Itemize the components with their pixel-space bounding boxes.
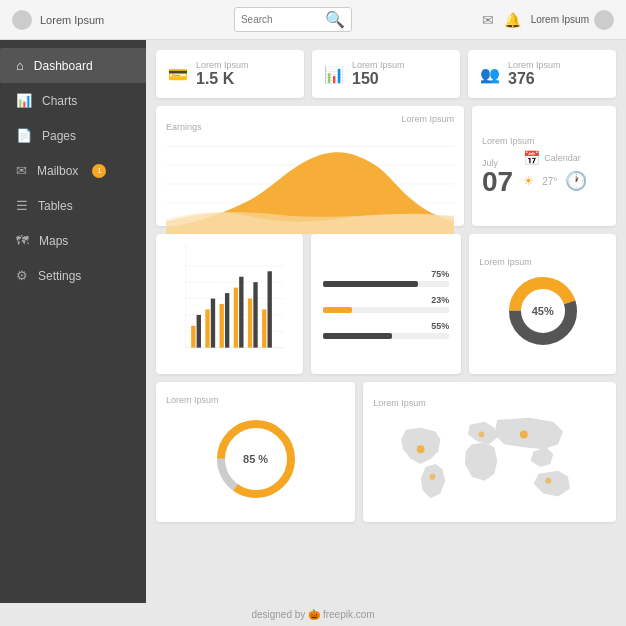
mail-icon[interactable]: ✉ — [482, 12, 494, 28]
calendar-icon: 📅 — [523, 150, 540, 166]
sidebar-item-maps[interactable]: 🗺 Maps — [0, 223, 146, 258]
progress-bar-bg-0 — [323, 281, 450, 287]
user-info: Lorem Ipsum — [531, 10, 614, 30]
sidebar-item-dashboard[interactable]: ⌂ Dashboard — [0, 48, 146, 83]
progress-item-1: 23% — [323, 295, 450, 313]
progress-item-0: 75% — [323, 269, 450, 287]
earnings-title: Earnings — [166, 122, 202, 132]
stat-info-0: Lorem Ipsum 1.5 K — [196, 60, 249, 88]
sidebar-item-charts[interactable]: 📊 Charts — [0, 83, 146, 118]
donut-small-pct: 45% — [532, 305, 554, 317]
progress-pct-0: 75% — [431, 269, 449, 279]
stat-value-0: 1.5 K — [196, 70, 249, 88]
charts-row-3: Lorem Ipsum 85 % Lorem Ipsum — [156, 382, 616, 522]
svg-rect-23 — [268, 271, 272, 347]
logo-avatar — [12, 10, 32, 30]
svg-rect-15 — [211, 299, 215, 348]
main-layout: ⌂ Dashboard 📊 Charts 📄 Pages ✉ Mailbox 1… — [0, 40, 626, 603]
pages-icon: 📄 — [16, 128, 32, 143]
donut-large-pct: 85 % — [243, 453, 268, 465]
mailbox-badge: 1 — [92, 164, 106, 178]
earnings-chart-label: Lorem Ipsum — [401, 114, 454, 124]
map-label: Lorem Ipsum — [373, 398, 426, 408]
stat-card-2: 👥 Lorem Ipsum 376 — [468, 50, 616, 98]
progress-chart-card: 75% 23% — [311, 234, 462, 374]
donut-small-label: Lorem Ipsum — [479, 257, 532, 267]
svg-rect-16 — [220, 304, 224, 348]
svg-point-34 — [546, 478, 552, 484]
date-card-label: Lorem Ipsum — [482, 136, 535, 146]
weather-temp: 27° — [542, 176, 557, 187]
progress-pct-1: 23% — [431, 295, 449, 305]
svg-point-32 — [479, 432, 485, 438]
sidebar-label-pages: Pages — [42, 129, 76, 143]
stat-label-2: Lorem Ipsum — [508, 60, 561, 70]
svg-point-33 — [520, 431, 528, 439]
footer-text: designed by 🎃 freepik.com — [251, 609, 374, 620]
bell-icon[interactable]: 🔔 — [504, 12, 521, 28]
top-bar-right: ✉ 🔔 Lorem Ipsum — [482, 10, 614, 30]
earnings-wave-chart — [166, 134, 454, 234]
svg-rect-14 — [205, 309, 209, 347]
donut-large-card: Lorem Ipsum 85 % — [156, 382, 355, 522]
sidebar-item-pages[interactable]: 📄 Pages — [0, 118, 146, 153]
donut-large-label: Lorem Ipsum — [166, 395, 219, 405]
svg-rect-19 — [239, 277, 243, 348]
svg-rect-20 — [248, 299, 252, 348]
stat-label-1: Lorem Ipsum — [352, 60, 405, 70]
charts-row-2: 75% 23% — [156, 234, 616, 374]
user-name: Lorem Ipsum — [531, 14, 589, 25]
donut-small-card: Lorem Ipsum 45% — [469, 234, 616, 374]
stats-row: 💳 Lorem Ipsum 1.5 K 📊 Lorem Ipsum 150 👥 … — [156, 50, 616, 98]
sidebar-label-charts: Charts — [42, 94, 77, 108]
sidebar-item-tables[interactable]: ☰ Tables — [0, 188, 146, 223]
sidebar-label-maps: Maps — [39, 234, 68, 248]
sidebar-label-settings: Settings — [38, 269, 81, 283]
bar-chart-svg — [166, 244, 293, 364]
home-icon: ⌂ — [16, 58, 24, 73]
stat-icon-0: 💳 — [168, 65, 188, 84]
calendar-label: Calendar — [544, 153, 581, 163]
sidebar-item-mailbox[interactable]: ✉ Mailbox 1 — [0, 153, 146, 188]
sidebar: ⌂ Dashboard 📊 Charts 📄 Pages ✉ Mailbox 1… — [0, 40, 146, 603]
svg-rect-18 — [234, 288, 238, 348]
top-bar: Lorem Ipsum 🔍 ✉ 🔔 Lorem Ipsum — [0, 0, 626, 40]
search-icon[interactable]: 🔍 — [325, 10, 345, 29]
svg-rect-12 — [191, 326, 195, 348]
top-bar-left: Lorem Ipsum — [12, 10, 104, 30]
mailbox-icon: ✉ — [16, 163, 27, 178]
progress-item-2: 55% — [323, 321, 450, 339]
settings-icon: ⚙ — [16, 268, 28, 283]
stat-info-2: Lorem Ipsum 376 — [508, 60, 561, 88]
world-map-svg — [373, 410, 606, 518]
weather-icon: ☀ — [523, 174, 534, 188]
sidebar-label-mailbox: Mailbox — [37, 164, 78, 178]
progress-pct-2: 55% — [431, 321, 449, 331]
stat-label-0: Lorem Ipsum — [196, 60, 249, 70]
search-input[interactable] — [241, 14, 321, 25]
date-day: 07 — [482, 168, 513, 196]
sidebar-item-settings[interactable]: ⚙ Settings — [0, 258, 146, 293]
stat-card-0: 💳 Lorem Ipsum 1.5 K — [156, 50, 304, 98]
stat-value-1: 150 — [352, 70, 405, 88]
sidebar-label-dashboard: Dashboard — [34, 59, 93, 73]
progress-bar-fill-0 — [323, 281, 418, 287]
stat-icon-1: 📊 — [324, 65, 344, 84]
svg-rect-21 — [253, 282, 257, 347]
maps-icon: 🗺 — [16, 233, 29, 248]
stat-icon-2: 👥 — [480, 65, 500, 84]
svg-rect-13 — [197, 315, 201, 348]
user-avatar — [594, 10, 614, 30]
charts-row-1: Earnings Lorem Ipsum — [156, 106, 616, 226]
search-box[interactable]: 🔍 — [234, 7, 352, 32]
svg-point-31 — [430, 474, 436, 480]
progress-bar-fill-1 — [323, 307, 352, 313]
stat-card-1: 📊 Lorem Ipsum 150 — [312, 50, 460, 98]
svg-rect-17 — [225, 293, 229, 348]
clock-icon: 🕐 — [565, 170, 587, 192]
map-card: Lorem Ipsum — [363, 382, 616, 522]
footer: designed by 🎃 freepik.com — [0, 603, 626, 626]
tables-icon: ☰ — [16, 198, 28, 213]
progress-bar-bg-2 — [323, 333, 450, 339]
charts-icon: 📊 — [16, 93, 32, 108]
